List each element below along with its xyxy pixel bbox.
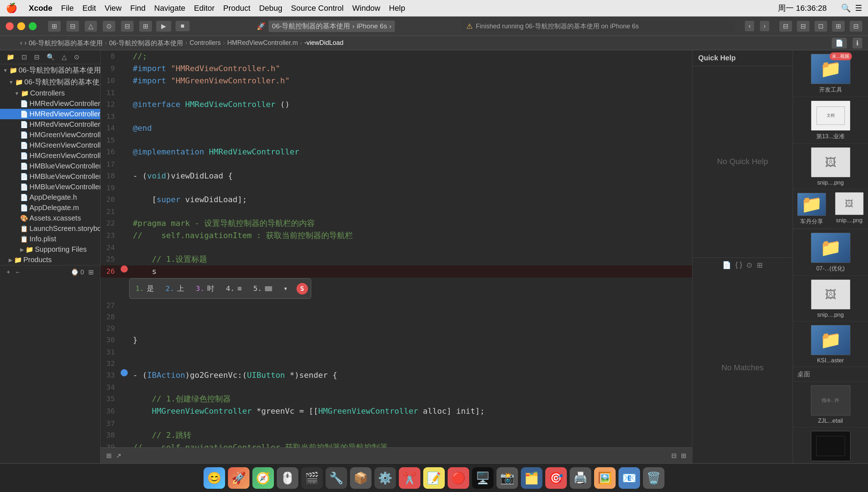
menu-help[interactable]: Help — [389, 4, 405, 13]
sidebar-item-hmblue-m[interactable]: 📄 HMBlueViewController.m — [0, 171, 100, 182]
breadcrumb-item-5[interactable]: -viewDidLoad — [304, 39, 344, 47]
right-file-snip3[interactable]: snip....png — [793, 427, 868, 463]
panel-mode-2[interactable]: ⊟ — [850, 21, 862, 32]
sidebar-item-launchscreen[interactable]: 📋 LaunchScreen.storyboard — [0, 223, 100, 234]
breakpoint-indicator[interactable] — [121, 369, 128, 376]
breadcrumb-item-1[interactable]: 06-导航控制器的基本使用 — [29, 39, 103, 47]
right-file-dev-tools[interactable]: 📁 未...视频 开发工具 — [793, 50, 868, 97]
menu-xcode[interactable]: Xcode — [29, 4, 52, 13]
qh-circle-btn[interactable]: ⊙ — [746, 261, 752, 269]
editor-panel-left[interactable]: ⊟ — [671, 452, 677, 460]
right-file-07[interactable]: 📁 07-...(优化) — [793, 229, 868, 276]
sidebar-filter[interactable]: ⊡ — [19, 52, 29, 62]
editor-goto-btn[interactable]: ↗ — [116, 452, 121, 460]
ac-item-2[interactable]: 2. 上 — [160, 281, 190, 296]
sidebar-item-hmred-h[interactable]: 📄 HMRedViewController.h — [0, 98, 100, 109]
nav-forward[interactable]: › — [760, 21, 769, 31]
sidebar-item-hmred-m[interactable]: 📄 HMRedViewController.m — [0, 109, 100, 119]
right-file-chedan[interactable]: 📁 车丹分享 — [793, 189, 831, 229]
menu-navigate[interactable]: Navigate — [154, 4, 186, 13]
sidebar-item-supporting[interactable]: ▶ 📁 Supporting Files — [0, 244, 100, 255]
dock-mail[interactable]: 📧 — [619, 467, 640, 489]
sidebar-item-hmblue-xib[interactable]: 📄 HMBlueViewController.xib — [0, 182, 100, 192]
add-file-button[interactable]: + — [4, 268, 13, 277]
dock-finder[interactable]: 😊 — [204, 467, 225, 489]
editor-mode-3[interactable]: ⊡ — [815, 21, 827, 32]
sidebar-grid-btn[interactable]: ⊞ — [86, 268, 96, 277]
qh-braces-btn[interactable]: { } — [736, 261, 742, 269]
menu-debug[interactable]: Debug — [259, 4, 283, 13]
scheme-label[interactable]: 06-导航控制器的基本使用 › iPhone 6s › — [269, 20, 395, 32]
breadcrumb-back[interactable]: ‹ — [20, 39, 22, 47]
menu-view[interactable]: View — [104, 4, 121, 13]
ac-item-1[interactable]: 1. 是 — [130, 281, 160, 296]
menu-edit[interactable]: Edit — [82, 4, 96, 13]
sidebar-item-products[interactable]: ▶ 📁 Products — [0, 255, 100, 265]
nav-back[interactable]: ‹ — [745, 21, 754, 31]
panel-mode-1[interactable]: ⊞ — [832, 21, 845, 32]
dock-archive[interactable]: 📦 — [350, 467, 372, 489]
ac-item-5[interactable]: 5. — [247, 281, 277, 296]
minimize-button[interactable] — [17, 22, 25, 30]
dock-preview[interactable]: 🖼️ — [594, 467, 616, 489]
menu-file[interactable]: File — [61, 4, 74, 13]
view-btn-5[interactable]: ⊞ — [139, 21, 152, 32]
right-file-snip2[interactable]: 🖼 snip....png — [793, 276, 868, 321]
dock-cut[interactable]: ✂️ — [399, 467, 420, 489]
breadcrumb-action-2[interactable]: ℹ — [853, 38, 862, 48]
qh-doc-btn[interactable]: 📄 — [722, 261, 731, 269]
sidebar-toggle[interactable]: ⊞ — [48, 21, 61, 32]
view-btn-1[interactable]: ⊟ — [66, 21, 79, 32]
stop-button[interactable]: ■ — [176, 21, 190, 31]
dock-mouse[interactable]: 🖱️ — [277, 467, 298, 489]
sidebar-item-controllers[interactable]: ▼ 📁 Controllers — [0, 88, 100, 98]
ac-item-chevron[interactable]: ▾ — [278, 281, 294, 296]
sidebar-warning[interactable]: △ — [60, 52, 69, 62]
right-file-ksi[interactable]: 📁 KSI...aster — [793, 321, 868, 367]
dock-trash[interactable]: 🗑️ — [643, 467, 664, 489]
dock-camera[interactable]: 📸 — [496, 467, 518, 489]
editor-panel-right[interactable]: ⊞ — [681, 452, 686, 460]
sidebar-item-appdelegate-h[interactable]: 📄 AppDelegate.h — [0, 192, 100, 203]
editor-mode-1[interactable]: ⊟ — [779, 21, 792, 32]
menu-source-control[interactable]: Source Control — [291, 4, 344, 13]
editor-zoom-btn[interactable]: ⊞ — [106, 452, 112, 460]
right-file-snip1[interactable]: 🖼 snip....png — [793, 144, 868, 189]
dock-red[interactable]: 🔴 — [448, 467, 469, 489]
sidebar-more[interactable]: ⊙ — [72, 52, 81, 62]
apple-menu[interactable]: 🍎 — [6, 3, 17, 14]
sidebar-item-appdelegate-m[interactable]: 📄 AppDelegate.m — [0, 203, 100, 213]
dock-term[interactable]: 🖥️ — [472, 467, 494, 489]
sidebar-item-hmgreen-xib[interactable]: 📄 HMGreenViewController.xib — [0, 150, 100, 161]
sidebar-item-hmgreen-m[interactable]: 📄 HMGreenViewController.m — [0, 140, 100, 150]
dock-safari[interactable]: 🧭 — [252, 467, 274, 489]
dock-files[interactable]: 🗂️ — [521, 467, 542, 489]
sidebar-back-btn[interactable]: ← — [13, 268, 23, 277]
menu-find[interactable]: Find — [130, 4, 146, 13]
ac-item-4[interactable]: 4. ≡ — [220, 281, 247, 296]
dock-target[interactable]: 🎯 — [545, 467, 567, 489]
breadcrumb-action-1[interactable]: 📄 — [832, 38, 847, 48]
sidebar-item-root[interactable]: ▼ 📁 06-导航控制器的基本使用 — [0, 64, 100, 76]
view-btn-3[interactable]: ⊙ — [103, 21, 115, 32]
menu-icon[interactable]: ☰ — [855, 4, 862, 13]
sidebar-add[interactable]: 📁 — [4, 52, 17, 62]
sidebar-item-assets[interactable]: 🎨 Assets.xcassets — [0, 213, 100, 223]
dock-prefs[interactable]: ⚙️ — [374, 467, 396, 489]
menu-product[interactable]: Product — [223, 4, 251, 13]
qh-square-btn[interactable]: ⊞ — [757, 261, 763, 269]
view-btn-2[interactable]: △ — [85, 21, 97, 32]
editor-mode-2[interactable]: ⊟ — [797, 21, 809, 32]
sidebar-item-hmred-xib[interactable]: 📄 HMRedViewController.xib — [0, 119, 100, 130]
ac-item-3[interactable]: 3. 时 — [190, 281, 220, 296]
autocomplete-popup[interactable]: 1. 是 2. 上 3. 时 4. ≡ — [129, 278, 311, 299]
search-icon[interactable]: 🔍 — [841, 4, 851, 13]
close-button[interactable] — [6, 22, 14, 30]
right-file-item-13[interactable]: 文档 第13...业准 — [793, 97, 868, 144]
sidebar-item-project[interactable]: ▼ 📁 06-导航控制器的基本使用 — [0, 76, 100, 88]
dock-tools[interactable]: 🔧 — [326, 467, 347, 489]
breadcrumb-forward[interactable]: › — [24, 39, 27, 47]
sidebar-sort[interactable]: ⊟ — [32, 52, 42, 62]
menu-editor[interactable]: Editor — [194, 4, 214, 13]
dock-launchpad[interactable]: 🚀 — [228, 467, 249, 489]
